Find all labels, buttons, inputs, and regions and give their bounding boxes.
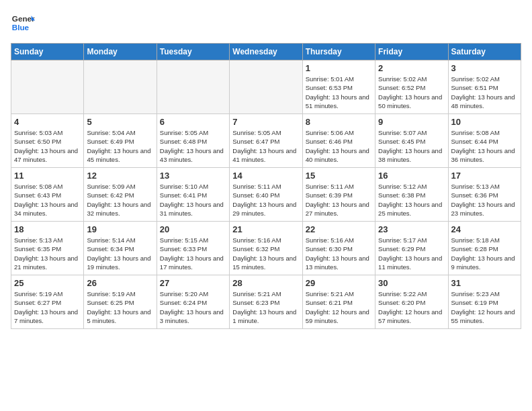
calendar-cell: 11Sunrise: 5:08 AMSunset: 6:43 PMDayligh…	[11, 168, 84, 222]
day-detail: Sunrise: 5:09 AMSunset: 6:42 PMDaylight:…	[87, 182, 153, 218]
calendar-cell: 5Sunrise: 5:04 AMSunset: 6:49 PMDaylight…	[84, 114, 157, 168]
day-detail: Sunrise: 5:23 AMSunset: 6:19 PMDaylight:…	[451, 289, 518, 325]
day-number: 20	[160, 224, 226, 234]
day-number: 17	[451, 171, 518, 181]
day-number: 10	[451, 117, 518, 127]
calendar-cell: 23Sunrise: 5:17 AMSunset: 6:29 PMDayligh…	[375, 222, 448, 275]
calendar-cell: 28Sunrise: 5:21 AMSunset: 6:23 PMDayligh…	[230, 275, 302, 329]
day-number: 26	[87, 278, 153, 288]
day-number: 7	[232, 117, 299, 127]
calendar-cell: 14Sunrise: 5:11 AMSunset: 6:40 PMDayligh…	[230, 168, 302, 222]
dow-header-tuesday: Tuesday	[157, 44, 229, 60]
day-number: 22	[306, 224, 372, 234]
dow-header-saturday: Saturday	[448, 44, 521, 60]
calendar-cell: 25Sunrise: 5:19 AMSunset: 6:27 PMDayligh…	[11, 275, 84, 329]
day-number: 24	[451, 224, 518, 234]
day-number: 25	[14, 278, 81, 288]
day-number: 12	[87, 171, 153, 181]
day-detail: Sunrise: 5:05 AMSunset: 6:48 PMDaylight:…	[160, 128, 226, 164]
logo-icon: General Blue	[11, 11, 35, 35]
day-number: 30	[378, 278, 445, 288]
calendar-cell: 18Sunrise: 5:13 AMSunset: 6:35 PMDayligh…	[11, 222, 84, 275]
calendar-cell: 30Sunrise: 5:22 AMSunset: 6:20 PMDayligh…	[375, 275, 448, 329]
day-detail: Sunrise: 5:19 AMSunset: 6:25 PMDaylight:…	[87, 289, 153, 325]
day-number: 28	[232, 278, 299, 288]
day-number: 23	[378, 224, 445, 234]
week-row-4: 18Sunrise: 5:13 AMSunset: 6:35 PMDayligh…	[11, 222, 521, 275]
day-detail: Sunrise: 5:08 AMSunset: 6:44 PMDaylight:…	[451, 128, 518, 164]
calendar-cell: 4Sunrise: 5:03 AMSunset: 6:50 PMDaylight…	[11, 114, 84, 168]
day-number: 29	[306, 278, 372, 288]
dow-header-wednesday: Wednesday	[230, 44, 302, 60]
calendar-cell: 26Sunrise: 5:19 AMSunset: 6:25 PMDayligh…	[84, 275, 157, 329]
calendar-cell: 8Sunrise: 5:06 AMSunset: 6:46 PMDaylight…	[302, 114, 375, 168]
calendar-cell	[11, 60, 84, 114]
dow-header-sunday: Sunday	[11, 44, 84, 60]
calendar-cell: 12Sunrise: 5:09 AMSunset: 6:42 PMDayligh…	[84, 168, 157, 222]
calendar-cell: 16Sunrise: 5:12 AMSunset: 6:38 PMDayligh…	[375, 168, 448, 222]
day-detail: Sunrise: 5:18 AMSunset: 6:28 PMDaylight:…	[451, 236, 518, 271]
day-number: 31	[451, 278, 518, 288]
calendar-cell: 27Sunrise: 5:20 AMSunset: 6:24 PMDayligh…	[157, 275, 229, 329]
calendar-cell: 10Sunrise: 5:08 AMSunset: 6:44 PMDayligh…	[448, 114, 521, 168]
calendar-cell: 31Sunrise: 5:23 AMSunset: 6:19 PMDayligh…	[448, 275, 521, 329]
calendar-cell	[84, 60, 157, 114]
week-row-2: 4Sunrise: 5:03 AMSunset: 6:50 PMDaylight…	[11, 114, 521, 168]
day-detail: Sunrise: 5:21 AMSunset: 6:23 PMDaylight:…	[232, 289, 299, 325]
dow-header-thursday: Thursday	[302, 44, 375, 60]
calendar-cell: 17Sunrise: 5:13 AMSunset: 6:36 PMDayligh…	[448, 168, 521, 222]
day-detail: Sunrise: 5:06 AMSunset: 6:46 PMDaylight:…	[306, 128, 372, 164]
day-number: 15	[306, 171, 372, 181]
day-detail: Sunrise: 5:04 AMSunset: 6:49 PMDaylight:…	[87, 128, 153, 164]
day-detail: Sunrise: 5:16 AMSunset: 6:30 PMDaylight:…	[306, 236, 372, 271]
calendar-cell: 24Sunrise: 5:18 AMSunset: 6:28 PMDayligh…	[448, 222, 521, 275]
day-number: 8	[306, 117, 372, 127]
calendar-cell	[230, 60, 302, 114]
week-row-5: 25Sunrise: 5:19 AMSunset: 6:27 PMDayligh…	[11, 275, 521, 329]
day-number: 19	[87, 224, 153, 234]
day-detail: Sunrise: 5:21 AMSunset: 6:21 PMDaylight:…	[306, 289, 372, 325]
day-detail: Sunrise: 5:15 AMSunset: 6:33 PMDaylight:…	[160, 236, 226, 271]
calendar-cell: 21Sunrise: 5:16 AMSunset: 6:32 PMDayligh…	[230, 222, 302, 275]
day-detail: Sunrise: 5:16 AMSunset: 6:32 PMDaylight:…	[232, 236, 299, 271]
day-detail: Sunrise: 5:20 AMSunset: 6:24 PMDaylight:…	[160, 289, 226, 325]
calendar-cell: 20Sunrise: 5:15 AMSunset: 6:33 PMDayligh…	[157, 222, 229, 275]
day-detail: Sunrise: 5:05 AMSunset: 6:47 PMDaylight:…	[232, 128, 299, 164]
day-number: 5	[87, 117, 153, 127]
calendar-table: SundayMondayTuesdayWednesdayThursdayFrid…	[11, 43, 521, 329]
day-detail: Sunrise: 5:11 AMSunset: 6:40 PMDaylight:…	[232, 182, 299, 218]
day-detail: Sunrise: 5:13 AMSunset: 6:36 PMDaylight:…	[451, 182, 518, 218]
calendar-cell: 2Sunrise: 5:02 AMSunset: 6:52 PMDaylight…	[375, 60, 448, 114]
day-number: 21	[232, 224, 299, 234]
calendar-cell: 13Sunrise: 5:10 AMSunset: 6:41 PMDayligh…	[157, 168, 229, 222]
dow-header-monday: Monday	[84, 44, 157, 60]
calendar-cell: 9Sunrise: 5:07 AMSunset: 6:45 PMDaylight…	[375, 114, 448, 168]
calendar-cell: 15Sunrise: 5:11 AMSunset: 6:39 PMDayligh…	[302, 168, 375, 222]
day-number: 13	[160, 171, 226, 181]
day-detail: Sunrise: 5:10 AMSunset: 6:41 PMDaylight:…	[160, 182, 226, 218]
day-detail: Sunrise: 5:11 AMSunset: 6:39 PMDaylight:…	[306, 182, 372, 218]
day-detail: Sunrise: 5:17 AMSunset: 6:29 PMDaylight:…	[378, 236, 445, 271]
day-number: 6	[160, 117, 226, 127]
calendar-cell: 19Sunrise: 5:14 AMSunset: 6:34 PMDayligh…	[84, 222, 157, 275]
day-number: 9	[378, 117, 445, 127]
day-detail: Sunrise: 5:01 AMSunset: 6:53 PMDaylight:…	[306, 75, 372, 110]
day-detail: Sunrise: 5:12 AMSunset: 6:38 PMDaylight:…	[378, 182, 445, 218]
calendar-cell: 1Sunrise: 5:01 AMSunset: 6:53 PMDaylight…	[302, 60, 375, 114]
day-number: 3	[451, 63, 518, 73]
calendar-cell: 7Sunrise: 5:05 AMSunset: 6:47 PMDaylight…	[230, 114, 302, 168]
day-number: 14	[232, 171, 299, 181]
day-number: 2	[378, 63, 445, 73]
dow-header-friday: Friday	[375, 44, 448, 60]
day-detail: Sunrise: 5:19 AMSunset: 6:27 PMDaylight:…	[14, 289, 81, 325]
week-row-1: 1Sunrise: 5:01 AMSunset: 6:53 PMDaylight…	[11, 60, 521, 114]
day-number: 1	[306, 63, 372, 73]
day-number: 4	[14, 117, 81, 127]
day-detail: Sunrise: 5:08 AMSunset: 6:43 PMDaylight:…	[14, 182, 81, 218]
day-detail: Sunrise: 5:14 AMSunset: 6:34 PMDaylight:…	[87, 236, 153, 271]
day-detail: Sunrise: 5:03 AMSunset: 6:50 PMDaylight:…	[14, 128, 81, 164]
day-number: 18	[14, 224, 81, 234]
svg-text:Blue: Blue	[12, 23, 30, 32]
calendar-cell: 6Sunrise: 5:05 AMSunset: 6:48 PMDaylight…	[157, 114, 229, 168]
week-row-3: 11Sunrise: 5:08 AMSunset: 6:43 PMDayligh…	[11, 168, 521, 222]
